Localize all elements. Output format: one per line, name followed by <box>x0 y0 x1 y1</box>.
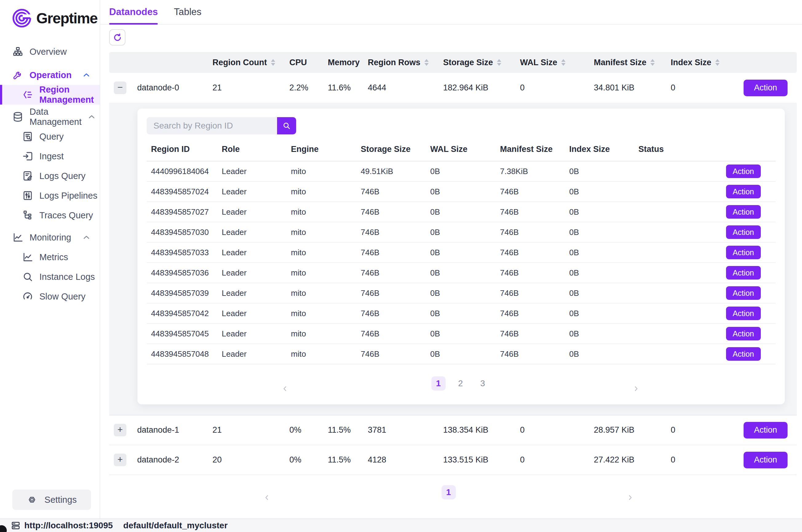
region-action-button[interactable]: Action <box>726 205 761 218</box>
role-value: Leader <box>217 167 287 176</box>
index-size-value: 0B <box>565 248 634 258</box>
wrench-icon <box>12 70 23 80</box>
wal-size-value: 0 <box>515 83 589 93</box>
engine-value: mito <box>287 329 357 339</box>
settings-button[interactable]: Settings <box>12 490 91 510</box>
column-header-storage-size[interactable]: Storage Size <box>438 58 515 67</box>
role-value: Leader <box>217 228 287 237</box>
chevron-up-icon[interactable] <box>82 71 90 79</box>
sidebar-item-traces-query[interactable]: Traces Query <box>0 205 100 225</box>
region-action-button[interactable]: Action <box>726 225 761 239</box>
region-action-button[interactable]: Action <box>726 165 761 178</box>
manifest-size-value: 746B <box>496 207 565 217</box>
sort-icon[interactable] <box>497 59 501 66</box>
region-action-button[interactable]: Action <box>726 347 761 361</box>
region-rows-value: 3781 <box>363 425 438 435</box>
sidebar-group-data-management[interactable]: Data Management <box>0 107 100 127</box>
sidebar-item-ingest[interactable]: Ingest <box>0 146 100 166</box>
chevron-up-icon[interactable] <box>88 113 96 121</box>
sort-icon[interactable] <box>271 59 275 66</box>
sidebar-item-logs-pipelines[interactable]: Logs Pipelines <box>0 186 100 205</box>
greptime-logo-icon <box>12 8 32 28</box>
sliders-icon <box>22 190 33 201</box>
region-count-value: 21 <box>208 83 284 93</box>
column-header-cpu: CPU <box>284 58 323 67</box>
role-value: Leader <box>217 309 287 318</box>
next-page-button[interactable] <box>464 491 797 505</box>
previous-page-button[interactable] <box>100 491 434 505</box>
manifest-size-value: 746B <box>496 228 565 237</box>
cluster-name[interactable]: default/default_mycluster <box>123 520 228 530</box>
sidebar-item-query[interactable]: Query <box>0 127 100 146</box>
tab-datanodes[interactable]: Datanodes <box>109 0 158 24</box>
column-label: Storage Size <box>443 58 493 67</box>
manifest-size-value: 746B <box>496 248 565 258</box>
brand-logo: Greptime <box>0 5 100 31</box>
sidebar-item-metrics[interactable]: Metrics <box>0 247 100 267</box>
sidebar-item-instance-logs[interactable]: Instance Logs <box>0 267 100 287</box>
tab-tables[interactable]: Tables <box>174 0 202 24</box>
cpu-value: 0% <box>284 455 323 465</box>
datanode-action-button[interactable]: Action <box>744 452 787 468</box>
datanode-action-button[interactable]: Action <box>744 80 787 96</box>
wal-size-value: 0B <box>426 167 496 176</box>
sidebar-group-monitoring[interactable]: Monitoring <box>0 228 100 247</box>
page-button-1[interactable]: 1 <box>432 376 445 391</box>
regions-pagination: 1 2 3 <box>147 364 776 399</box>
column-header-region-count[interactable]: Region Count <box>208 58 284 67</box>
datanode-action-button[interactable]: Action <box>744 422 787 438</box>
sidebar-item-label: Instance Logs <box>39 272 95 282</box>
engine-value: mito <box>287 288 357 298</box>
page-button-2[interactable]: 2 <box>454 376 468 391</box>
sidebar-group-operation[interactable]: Operation <box>0 65 100 85</box>
storage-size-value: 746B <box>357 349 426 359</box>
sidebar-item-label: Traces Query <box>39 210 93 221</box>
next-page-button[interactable] <box>498 382 775 396</box>
sidebar-item-region-management[interactable]: Region Management <box>0 85 100 104</box>
manifest-size-value: 746B <box>496 329 565 339</box>
sort-icon[interactable] <box>650 59 655 66</box>
sidebar-item-label: Logs Query <box>39 171 85 181</box>
manifest-size-value: 27.422 KiB <box>589 455 666 465</box>
role-value: Leader <box>217 268 287 278</box>
region-action-button[interactable]: Action <box>726 286 761 300</box>
sidebar-item-label: Overview <box>30 47 67 57</box>
column-header-region-rows[interactable]: Region Rows <box>363 58 438 67</box>
server-url[interactable]: http://localhost:19095 <box>24 520 113 530</box>
region-search-button[interactable] <box>277 117 296 134</box>
expand-row-button[interactable]: + <box>114 454 127 466</box>
sidebar-item-overview[interactable]: Overview <box>0 42 100 61</box>
region-row: 4483945857027 Leader mito 746B 0B 746B 0… <box>147 202 776 222</box>
sidebar-item-slow-query[interactable]: Slow Query <box>0 287 100 306</box>
region-action-button[interactable]: Action <box>726 266 761 280</box>
column-header-wal-size[interactable]: WAL Size <box>515 58 589 67</box>
column-header-manifest-size[interactable]: Manifest Size <box>589 58 666 67</box>
engine-value: mito <box>287 167 357 176</box>
region-action-button[interactable]: Action <box>726 307 761 320</box>
column-label: Manifest Size <box>594 58 646 67</box>
sort-icon[interactable] <box>424 59 429 66</box>
role-value: Leader <box>217 187 287 196</box>
sidebar-item-label: Query <box>39 132 64 142</box>
region-search-input[interactable] <box>147 117 277 134</box>
chevron-left-icon <box>282 385 288 392</box>
sidebar-item-logs-query[interactable]: Logs Query <box>0 166 100 186</box>
collapse-row-button[interactable]: − <box>114 81 127 94</box>
page-button-1[interactable]: 1 <box>442 485 456 499</box>
region-action-button[interactable]: Action <box>726 246 761 259</box>
region-action-button[interactable]: Action <box>726 185 761 198</box>
column-header-index-size[interactable]: Index Size <box>666 58 724 67</box>
search-icon <box>282 121 291 130</box>
region-action-button[interactable]: Action <box>726 327 761 340</box>
sort-icon[interactable] <box>715 59 720 66</box>
sort-icon[interactable] <box>561 59 566 66</box>
refresh-button[interactable] <box>109 29 126 45</box>
region-id-value: 4483945857039 <box>147 288 217 298</box>
page-button-3[interactable]: 3 <box>476 376 490 391</box>
chevron-up-icon[interactable] <box>82 233 90 241</box>
expand-row-button[interactable]: + <box>114 424 127 436</box>
previous-page-button[interactable] <box>147 382 423 396</box>
index-size-value: 0B <box>565 228 634 237</box>
sidebar-nav: Overview Operation Region Management <box>0 42 100 490</box>
column-header-region-id: Region ID <box>147 145 217 154</box>
